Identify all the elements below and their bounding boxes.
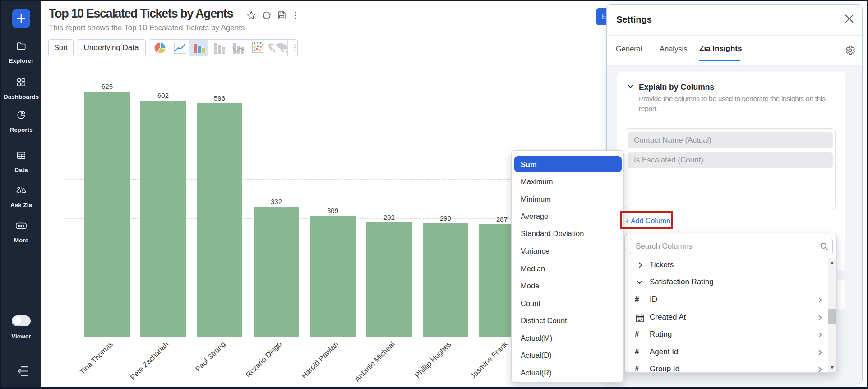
svg-text:17: 17 [638, 318, 642, 322]
